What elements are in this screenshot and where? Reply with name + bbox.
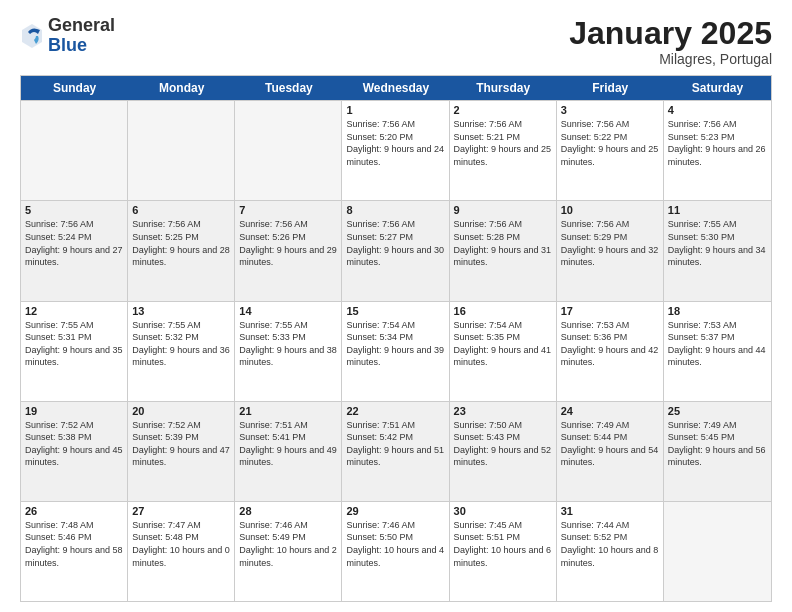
weekday-header: Sunday — [21, 76, 128, 100]
calendar-cell: 18Sunrise: 7:53 AM Sunset: 5:37 PM Dayli… — [664, 302, 771, 401]
day-number: 21 — [239, 405, 337, 417]
cell-info: Sunrise: 7:56 AM Sunset: 5:28 PM Dayligh… — [454, 218, 552, 268]
day-number: 20 — [132, 405, 230, 417]
cell-info: Sunrise: 7:55 AM Sunset: 5:31 PM Dayligh… — [25, 319, 123, 369]
day-number: 14 — [239, 305, 337, 317]
calendar-cell: 27Sunrise: 7:47 AM Sunset: 5:48 PM Dayli… — [128, 502, 235, 601]
calendar-row: 19Sunrise: 7:52 AM Sunset: 5:38 PM Dayli… — [21, 401, 771, 501]
cell-info: Sunrise: 7:51 AM Sunset: 5:41 PM Dayligh… — [239, 419, 337, 469]
day-number: 12 — [25, 305, 123, 317]
cell-info: Sunrise: 7:45 AM Sunset: 5:51 PM Dayligh… — [454, 519, 552, 569]
cell-info: Sunrise: 7:50 AM Sunset: 5:43 PM Dayligh… — [454, 419, 552, 469]
calendar-header: SundayMondayTuesdayWednesdayThursdayFrid… — [21, 76, 771, 100]
cell-info: Sunrise: 7:55 AM Sunset: 5:32 PM Dayligh… — [132, 319, 230, 369]
calendar-cell: 14Sunrise: 7:55 AM Sunset: 5:33 PM Dayli… — [235, 302, 342, 401]
calendar: SundayMondayTuesdayWednesdayThursdayFrid… — [20, 75, 772, 602]
cell-info: Sunrise: 7:44 AM Sunset: 5:52 PM Dayligh… — [561, 519, 659, 569]
cell-info: Sunrise: 7:49 AM Sunset: 5:45 PM Dayligh… — [668, 419, 767, 469]
calendar-cell: 16Sunrise: 7:54 AM Sunset: 5:35 PM Dayli… — [450, 302, 557, 401]
logo-icon — [20, 22, 44, 50]
day-number: 26 — [25, 505, 123, 517]
page: General Blue January 2025 Milagres, Port… — [0, 0, 792, 612]
header: General Blue January 2025 Milagres, Port… — [20, 16, 772, 67]
day-number: 25 — [668, 405, 767, 417]
cell-info: Sunrise: 7:56 AM Sunset: 5:21 PM Dayligh… — [454, 118, 552, 168]
logo-text: General Blue — [48, 16, 115, 56]
calendar-cell: 25Sunrise: 7:49 AM Sunset: 5:45 PM Dayli… — [664, 402, 771, 501]
cell-info: Sunrise: 7:51 AM Sunset: 5:42 PM Dayligh… — [346, 419, 444, 469]
calendar-cell: 3Sunrise: 7:56 AM Sunset: 5:22 PM Daylig… — [557, 101, 664, 200]
cell-info: Sunrise: 7:56 AM Sunset: 5:24 PM Dayligh… — [25, 218, 123, 268]
day-number: 2 — [454, 104, 552, 116]
cell-info: Sunrise: 7:56 AM Sunset: 5:25 PM Dayligh… — [132, 218, 230, 268]
cell-info: Sunrise: 7:53 AM Sunset: 5:37 PM Dayligh… — [668, 319, 767, 369]
day-number: 15 — [346, 305, 444, 317]
day-number: 4 — [668, 104, 767, 116]
calendar-cell: 4Sunrise: 7:56 AM Sunset: 5:23 PM Daylig… — [664, 101, 771, 200]
day-number: 11 — [668, 204, 767, 216]
cell-info: Sunrise: 7:56 AM Sunset: 5:26 PM Dayligh… — [239, 218, 337, 268]
calendar-cell: 13Sunrise: 7:55 AM Sunset: 5:32 PM Dayli… — [128, 302, 235, 401]
cell-info: Sunrise: 7:46 AM Sunset: 5:49 PM Dayligh… — [239, 519, 337, 569]
cell-info: Sunrise: 7:56 AM Sunset: 5:20 PM Dayligh… — [346, 118, 444, 168]
calendar-cell: 11Sunrise: 7:55 AM Sunset: 5:30 PM Dayli… — [664, 201, 771, 300]
calendar-cell: 2Sunrise: 7:56 AM Sunset: 5:21 PM Daylig… — [450, 101, 557, 200]
calendar-cell: 26Sunrise: 7:48 AM Sunset: 5:46 PM Dayli… — [21, 502, 128, 601]
calendar-cell: 23Sunrise: 7:50 AM Sunset: 5:43 PM Dayli… — [450, 402, 557, 501]
calendar-cell: 24Sunrise: 7:49 AM Sunset: 5:44 PM Dayli… — [557, 402, 664, 501]
calendar-body: 1Sunrise: 7:56 AM Sunset: 5:20 PM Daylig… — [21, 100, 771, 601]
calendar-cell: 28Sunrise: 7:46 AM Sunset: 5:49 PM Dayli… — [235, 502, 342, 601]
calendar-cell: 30Sunrise: 7:45 AM Sunset: 5:51 PM Dayli… — [450, 502, 557, 601]
month-title: January 2025 — [569, 16, 772, 51]
cell-info: Sunrise: 7:49 AM Sunset: 5:44 PM Dayligh… — [561, 419, 659, 469]
cell-info: Sunrise: 7:46 AM Sunset: 5:50 PM Dayligh… — [346, 519, 444, 569]
calendar-cell: 10Sunrise: 7:56 AM Sunset: 5:29 PM Dayli… — [557, 201, 664, 300]
calendar-cell: 19Sunrise: 7:52 AM Sunset: 5:38 PM Dayli… — [21, 402, 128, 501]
svg-marker-0 — [22, 24, 42, 48]
day-number: 7 — [239, 204, 337, 216]
calendar-cell — [128, 101, 235, 200]
cell-info: Sunrise: 7:56 AM Sunset: 5:27 PM Dayligh… — [346, 218, 444, 268]
calendar-cell: 9Sunrise: 7:56 AM Sunset: 5:28 PM Daylig… — [450, 201, 557, 300]
logo-general-text: General — [48, 16, 115, 36]
calendar-cell — [664, 502, 771, 601]
cell-info: Sunrise: 7:47 AM Sunset: 5:48 PM Dayligh… — [132, 519, 230, 569]
cell-info: Sunrise: 7:56 AM Sunset: 5:23 PM Dayligh… — [668, 118, 767, 168]
title-block: January 2025 Milagres, Portugal — [569, 16, 772, 67]
calendar-cell: 22Sunrise: 7:51 AM Sunset: 5:42 PM Dayli… — [342, 402, 449, 501]
location: Milagres, Portugal — [569, 51, 772, 67]
day-number: 13 — [132, 305, 230, 317]
weekday-header: Friday — [557, 76, 664, 100]
calendar-row: 26Sunrise: 7:48 AM Sunset: 5:46 PM Dayli… — [21, 501, 771, 601]
weekday-header: Wednesday — [342, 76, 449, 100]
calendar-cell: 31Sunrise: 7:44 AM Sunset: 5:52 PM Dayli… — [557, 502, 664, 601]
day-number: 29 — [346, 505, 444, 517]
day-number: 5 — [25, 204, 123, 216]
day-number: 22 — [346, 405, 444, 417]
calendar-cell: 21Sunrise: 7:51 AM Sunset: 5:41 PM Dayli… — [235, 402, 342, 501]
day-number: 3 — [561, 104, 659, 116]
day-number: 9 — [454, 204, 552, 216]
calendar-cell: 29Sunrise: 7:46 AM Sunset: 5:50 PM Dayli… — [342, 502, 449, 601]
day-number: 27 — [132, 505, 230, 517]
calendar-row: 5Sunrise: 7:56 AM Sunset: 5:24 PM Daylig… — [21, 200, 771, 300]
calendar-row: 12Sunrise: 7:55 AM Sunset: 5:31 PM Dayli… — [21, 301, 771, 401]
calendar-cell: 6Sunrise: 7:56 AM Sunset: 5:25 PM Daylig… — [128, 201, 235, 300]
cell-info: Sunrise: 7:48 AM Sunset: 5:46 PM Dayligh… — [25, 519, 123, 569]
day-number: 23 — [454, 405, 552, 417]
day-number: 19 — [25, 405, 123, 417]
day-number: 8 — [346, 204, 444, 216]
cell-info: Sunrise: 7:56 AM Sunset: 5:22 PM Dayligh… — [561, 118, 659, 168]
day-number: 28 — [239, 505, 337, 517]
weekday-header: Tuesday — [235, 76, 342, 100]
calendar-cell: 20Sunrise: 7:52 AM Sunset: 5:39 PM Dayli… — [128, 402, 235, 501]
calendar-cell: 7Sunrise: 7:56 AM Sunset: 5:26 PM Daylig… — [235, 201, 342, 300]
calendar-cell: 8Sunrise: 7:56 AM Sunset: 5:27 PM Daylig… — [342, 201, 449, 300]
cell-info: Sunrise: 7:52 AM Sunset: 5:39 PM Dayligh… — [132, 419, 230, 469]
calendar-cell: 15Sunrise: 7:54 AM Sunset: 5:34 PM Dayli… — [342, 302, 449, 401]
cell-info: Sunrise: 7:54 AM Sunset: 5:35 PM Dayligh… — [454, 319, 552, 369]
day-number: 1 — [346, 104, 444, 116]
calendar-cell — [21, 101, 128, 200]
day-number: 16 — [454, 305, 552, 317]
cell-info: Sunrise: 7:54 AM Sunset: 5:34 PM Dayligh… — [346, 319, 444, 369]
